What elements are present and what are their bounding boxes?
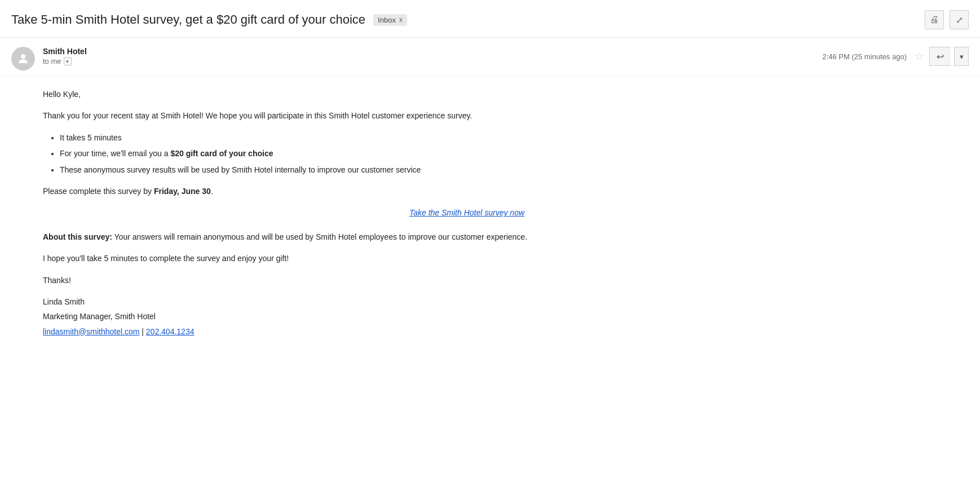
inbox-badge-close[interactable]: x [399, 16, 403, 24]
email-subject: Take 5-min Smith Hotel survey, get a $20… [11, 12, 365, 27]
closing-para: I hope you'll take 5 minutes to complete… [43, 252, 891, 264]
subject-left: Take 5-min Smith Hotel survey, get a $20… [11, 12, 407, 27]
bullet-1: It takes 5 minutes [60, 131, 891, 144]
to-dropdown[interactable]: ▾ [64, 58, 72, 65]
sender-section: Smith Hotel to me ▾ [11, 47, 87, 70]
email-meta: Smith Hotel to me ▾ 2:46 PM (25 minutes … [0, 38, 980, 77]
email-actions: 2:46 PM (25 minutes ago) ☆ ↩ ▾ [822, 47, 969, 66]
bullet2-bold: $20 gift card of your choice [170, 149, 273, 158]
sender-info: Smith Hotel to me ▾ [43, 47, 87, 65]
sig-email[interactable]: lindasmith@smithhotel.com [43, 327, 139, 336]
subject-bar: Take 5-min Smith Hotel survey, get a $20… [0, 0, 980, 38]
survey-link-container: Take the Smith Hotel survey now [43, 206, 891, 219]
avatar [11, 47, 35, 70]
svg-point-0 [21, 54, 25, 59]
inbox-badge[interactable]: Inbox x [373, 14, 407, 26]
deadline-para: Please complete this survey by Friday, J… [43, 185, 891, 197]
email-body: Hello Kyle, Thank you for your recent st… [0, 77, 902, 357]
timestamp: 2:46 PM (25 minutes ago) [822, 52, 907, 61]
about-text: Your answers will remain anonymous and w… [112, 232, 527, 241]
sig-phone[interactable]: 202.404.1234 [146, 327, 195, 336]
para1: Thank you for your recent stay at Smith … [43, 109, 891, 122]
popout-button[interactable]: ⤢ [950, 10, 969, 29]
sender-name: Smith Hotel [43, 47, 87, 56]
more-button[interactable]: ▾ [954, 47, 969, 66]
reply-button[interactable]: ↩ [929, 47, 951, 66]
sig-title: Marketing Manager, Smith Hotel [43, 310, 891, 323]
star-icon[interactable]: ☆ [915, 50, 924, 63]
bullet-list: It takes 5 minutes For your time, we'll … [60, 131, 891, 176]
print-button[interactable]: 🖨 [925, 10, 944, 29]
greeting: Hello Kyle, [43, 88, 891, 100]
about-label: About this survey: [43, 232, 112, 241]
bullet2-pre: For your time, we'll email you a [60, 149, 170, 158]
sig-separator: | [139, 327, 145, 336]
subject-icons: 🖨 ⤢ [925, 10, 969, 29]
sig-contact: lindasmith@smithhotel.com | 202.404.1234 [43, 325, 891, 338]
to-label: to me [43, 57, 61, 65]
deadline-bold: Friday, June 30 [154, 187, 211, 196]
bullet-2: For your time, we'll email you a $20 gif… [60, 147, 891, 160]
about-para: About this survey: Your answers will rem… [43, 231, 891, 243]
signature-block: Linda Smith Marketing Manager, Smith Hot… [43, 296, 891, 338]
sig-name: Linda Smith [43, 296, 891, 308]
deadline-pre: Please complete this survey by [43, 187, 154, 196]
sender-to: to me ▾ [43, 57, 87, 65]
thanks-para: Thanks! [43, 274, 891, 286]
inbox-label: Inbox [378, 16, 396, 24]
survey-link[interactable]: Take the Smith Hotel survey now [409, 208, 524, 217]
bullet-3: These anonymous survey results will be u… [60, 164, 891, 176]
deadline-post: . [211, 187, 213, 196]
